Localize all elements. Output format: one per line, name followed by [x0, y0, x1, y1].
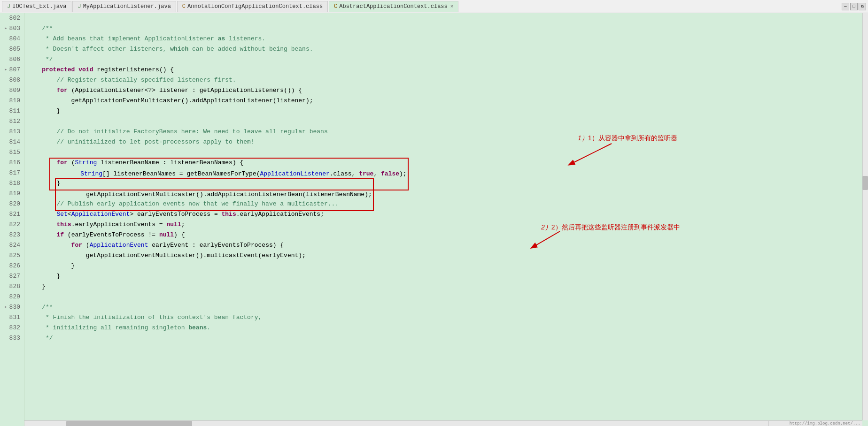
code-line-805: * Doesn't affect other listeners, which … — [27, 44, 868, 54]
code-line-815: String[] listenerBeanNames = getBeanName… — [27, 147, 868, 158]
code-line-820: // Publish early application events now … — [27, 199, 868, 209]
class-icon-2: C — [334, 3, 337, 10]
code-line-831: * Finish the initialization of this cont… — [27, 312, 868, 323]
code-line-817: getApplicationEventMulticaster().addAppl… — [27, 168, 868, 178]
ln-815: 815 — [2, 147, 20, 158]
ln-822: 822 — [2, 220, 20, 230]
tab-label-myapplistener: MyApplicationListener.java — [83, 3, 171, 10]
ln-820: 820 — [2, 199, 20, 209]
code-line-812 — [27, 116, 868, 127]
ln-828: 828 — [2, 281, 20, 292]
ln-829: 829 — [2, 292, 20, 302]
code-line-814: // uninitialized to let post-processors … — [27, 137, 868, 147]
tab-ioctest[interactable]: J IOCTest_Ext.java — [2, 1, 71, 12]
code-line-827: } — [27, 271, 868, 281]
tab-label-annotationconfig: AnnotationConfigApplicationContext.class — [187, 3, 323, 10]
ln-807: ▸807 — [2, 65, 20, 75]
code-line-822: this.earlyApplicationEvents = null; — [27, 220, 868, 230]
ln-830: ▸830 — [2, 302, 20, 312]
java-icon: J — [7, 3, 10, 10]
ln-806: 806 — [2, 54, 20, 65]
code-line-802 — [27, 13, 868, 23]
ln-823: 823 — [2, 230, 20, 240]
code-line-828: } — [27, 281, 868, 292]
url-text: http://img.blog.csdn.net/... — [790, 421, 860, 426]
code-line-830: /** — [27, 302, 868, 312]
code-line-809: for (ApplicationListener<?> listener : g… — [27, 85, 868, 96]
ln-818: 818 — [2, 178, 20, 189]
ln-805: 805 — [2, 44, 20, 54]
code-line-810: getApplicationEventMulticaster().addAppl… — [27, 96, 868, 106]
ln-811: 811 — [2, 106, 20, 116]
code-line-832: * initializing all remaining singleton b… — [27, 323, 868, 333]
tab-myapplistener[interactable]: J MyApplicationListener.java — [72, 1, 176, 12]
tab-label-ioctest: IOCTest_Ext.java — [12, 3, 66, 10]
code-line-808: // Register statically specified listene… — [27, 75, 868, 85]
ln-810: 810 — [2, 96, 20, 106]
url-info: http://img.blog.csdn.net/... — [768, 420, 862, 426]
code-line-807: protected void registerListeners() { — [27, 65, 868, 75]
code-line-806: */ — [27, 54, 868, 65]
code-line-821: Set<ApplicationEvent> earlyEventsToProce… — [27, 209, 868, 220]
ln-826: 826 — [2, 261, 20, 271]
line-numbers: 802 ▸803 804 805 806 ▸807 808 809 810 81… — [0, 13, 24, 426]
code-line-818: } — [27, 178, 868, 189]
ln-827: 827 — [2, 271, 20, 281]
ln-802: 802 — [2, 13, 20, 23]
ln-832: 832 — [2, 323, 20, 333]
ln-831: 831 — [2, 312, 20, 323]
code-line-825: getApplicationEventMulticaster().multica… — [27, 251, 868, 261]
ln-813: 813 — [2, 127, 20, 137]
code-line-824: for (ApplicationEvent earlyEvent : early… — [27, 240, 868, 251]
ln-803: ▸803 — [2, 23, 20, 34]
ln-808: 808 — [2, 75, 20, 85]
ln-817: 817 — [2, 168, 20, 178]
vertical-scrollbar[interactable] — [862, 13, 868, 420]
ln-809: 809 — [2, 85, 20, 96]
arrow-1 — [541, 134, 635, 167]
close-tab-icon[interactable]: × — [450, 4, 454, 9]
annotation-2-text: 2）然后再把这些监听器注册到事件派发器中 — [551, 223, 680, 231]
ln-812: 812 — [2, 116, 20, 127]
code-line-804: * Add beans that implement ApplicationLi… — [27, 34, 868, 44]
code-line-803: /** — [27, 23, 868, 34]
code-line-833: */ — [27, 333, 868, 343]
minimize-button[interactable]: — — [842, 3, 849, 10]
window-controls: — □ ⧉ — [842, 3, 866, 10]
ln-804: 804 — [2, 34, 20, 44]
scrollbar-thumb-v[interactable] — [862, 176, 868, 190]
tab-label-abstractappcontext: AbstractApplicationContext.class — [339, 3, 447, 10]
ln-833: 833 — [2, 333, 20, 343]
ln-814: 814 — [2, 137, 20, 147]
code-content[interactable]: /** * Add beans that implement Applicati… — [24, 13, 868, 426]
ln-821: 821 — [2, 209, 20, 220]
class-icon: C — [182, 3, 186, 10]
java-icon-2: J — [78, 3, 81, 10]
tab-annotationconfig[interactable]: C AnnotationConfigApplicationContext.cla… — [177, 1, 328, 12]
code-line-829 — [27, 292, 868, 302]
ln-816: 816 — [2, 158, 20, 168]
horizontal-scrollbar[interactable] — [24, 420, 862, 426]
code-line-816: for (String listenerBeanName : listenerB… — [27, 158, 868, 168]
tab-abstractappcontext[interactable]: C AbstractApplicationContext.class × — [329, 1, 458, 12]
arrow-2 — [522, 224, 569, 252]
scrollbar-thumb-h[interactable] — [66, 421, 192, 426]
tab-bar: J IOCTest_Ext.java J MyApplicationListen… — [0, 0, 868, 13]
code-line-819 — [27, 189, 868, 199]
restore-button[interactable]: ⧉ — [859, 3, 866, 10]
maximize-button[interactable]: □ — [850, 3, 858, 10]
editor-area: 802 ▸803 804 805 806 ▸807 808 809 810 81… — [0, 13, 868, 426]
code-line-826: } — [27, 261, 868, 271]
ln-825: 825 — [2, 251, 20, 261]
ln-819: 819 — [2, 189, 20, 199]
code-line-813: // Do not initialize FactoryBeans here: … — [27, 127, 868, 137]
code-line-811: } — [27, 106, 868, 116]
ln-824: 824 — [2, 240, 20, 251]
code-line-823: if (earlyEventsToProcess != null) { — [27, 230, 868, 240]
